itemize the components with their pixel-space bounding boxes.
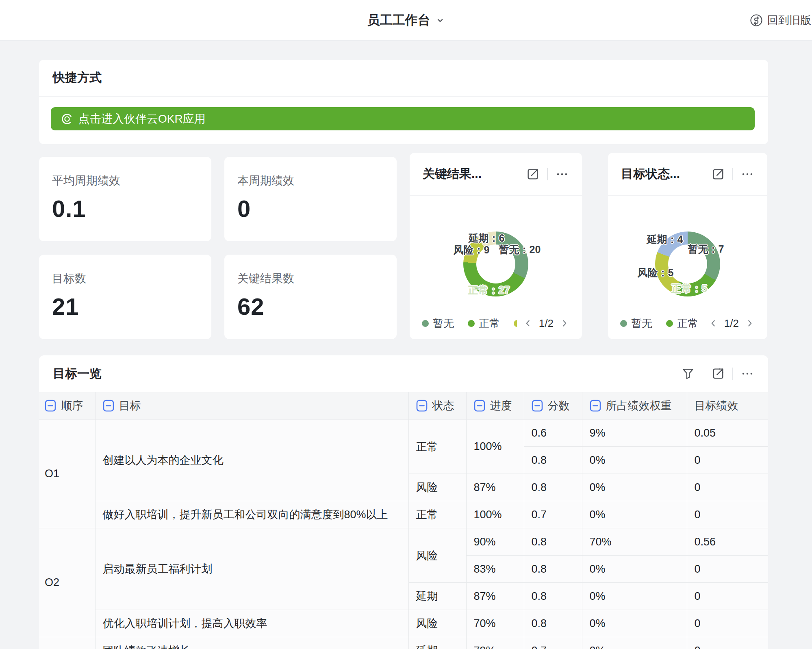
weight-cell: 0% (582, 501, 687, 528)
perf-cell: 0 (687, 583, 768, 610)
progress-cell: 90% (466, 528, 524, 556)
objective-cell: 做好入职培训，提升新员工和公司双向的满意度到80%以上 (95, 501, 408, 528)
objective-cell: 创建以人为本的企业文化 (95, 420, 408, 501)
chart-card-title: 关键结果... (423, 166, 482, 182)
filter-icon[interactable] (681, 367, 695, 381)
stat-label: 关键结果数 (237, 271, 384, 286)
open-okr-app-button[interactable]: 点击进入伙伴云OKR应用 (51, 107, 755, 130)
objective-list-card: 目标一览 顺序 (39, 355, 768, 649)
more-icon[interactable] (740, 167, 754, 181)
objective-status-chart-card: 目标状态... 延期：4 暂无：7 风险：5 正常：5 暂无 (608, 153, 767, 339)
status-cell: 正常 (408, 420, 466, 474)
stat-card-key-result-count: 关键结果数 62 (224, 255, 397, 339)
key-results-chart-card: 关键结果... 延期：6 暂无：20 风险：9 正常：27 暂无 (410, 153, 582, 339)
stat-value: 0.1 (52, 195, 198, 222)
progress-cell: 87% (466, 583, 524, 610)
back-to-old-version[interactable]: 回到旧版 (749, 0, 811, 41)
open-okr-app-label: 点击进入伙伴云OKR应用 (78, 111, 206, 127)
legend-item-normal[interactable]: 正常 (666, 316, 698, 331)
objective-table: 顺序 目标 状态 进度 分数 所占绩效权重 目标绩效 O1 创建以人为本的企业文… (39, 392, 768, 649)
collapse-column-icon[interactable] (590, 400, 601, 412)
col-header-status: 状态 (408, 392, 466, 420)
workspace-switcher[interactable]: 员工工作台 (367, 12, 445, 29)
objective-list-title: 目标一览 (53, 366, 102, 382)
weight-cell: 0% (582, 583, 687, 610)
legend-dot (422, 320, 429, 327)
legend-pager: 1/2 (708, 317, 755, 330)
divider (732, 168, 733, 180)
status-cell: 风险 (408, 528, 466, 583)
switch-version-icon (749, 13, 763, 27)
legend-dot (666, 320, 673, 327)
donut-callout-normal: 正常：27 (468, 283, 510, 297)
col-header-weight: 所占绩效权重 (582, 392, 687, 420)
table-row: O2 启动最新员工福利计划 风险 90% 0.8 70% 0.56 (39, 528, 768, 556)
status-cell: 延期 (408, 637, 466, 649)
score-cell: 0.7 (524, 501, 582, 528)
divider (547, 168, 548, 180)
page-title: 员工工作台 (367, 12, 430, 29)
chevron-down-icon (435, 15, 445, 25)
perf-cell: 0 (687, 474, 768, 501)
progress-cell: 100% (466, 501, 524, 528)
legend-item-none[interactable]: 暂无 (422, 316, 454, 331)
more-icon[interactable] (555, 167, 569, 181)
legend-item-risk-clipped[interactable] (514, 320, 517, 327)
donut-callout-none: 暂无：7 (688, 242, 724, 256)
col-header-objective: 目标 (95, 392, 408, 420)
open-in-new-icon[interactable] (711, 167, 725, 181)
more-icon[interactable] (740, 367, 754, 381)
weight-cell: 70% (582, 528, 687, 556)
stat-card-avg-cycle-perf: 平均周期绩效 0.1 (39, 157, 211, 241)
collapse-column-icon[interactable] (416, 400, 428, 412)
pager-next-icon[interactable] (745, 318, 755, 329)
legend-dot (620, 320, 627, 327)
score-cell: 0.8 (524, 610, 582, 637)
chart-legend: 暂无 正常 1/2 (422, 316, 570, 331)
objective-cell: 启动最新员工福利计划 (95, 528, 408, 610)
stat-label: 本周期绩效 (237, 173, 384, 188)
seq-cell: O1 (39, 420, 95, 528)
collapse-column-icon[interactable] (103, 400, 114, 412)
weight-cell: 0% (582, 474, 687, 501)
legend-item-none[interactable]: 暂无 (620, 316, 652, 331)
top-bar: 员工工作台 回到旧版 (0, 0, 812, 41)
pager-prev-icon[interactable] (708, 318, 719, 329)
perf-cell: 0.05 (687, 420, 768, 447)
weight-cell: 0% (582, 610, 687, 637)
open-in-new-icon[interactable] (526, 167, 540, 181)
score-cell: 0.8 (524, 528, 582, 556)
weight-cell: 0% (582, 556, 687, 583)
stat-value: 21 (52, 293, 198, 320)
progress-cell: 100% (466, 420, 524, 474)
pager-prev-icon[interactable] (523, 318, 533, 329)
perf-cell: 0 (687, 556, 768, 583)
seq-cell: O2 (39, 528, 95, 637)
objective-list-header: 目标一览 (39, 355, 768, 392)
collapse-column-icon[interactable] (45, 400, 56, 412)
stat-card-objective-count: 目标数 21 (39, 255, 211, 339)
collapse-column-icon[interactable] (474, 400, 485, 412)
pager-next-icon[interactable] (559, 318, 570, 329)
col-header-seq: 顺序 (39, 392, 95, 420)
perf-cell: 0 (687, 610, 768, 637)
target-icon (61, 112, 74, 125)
score-cell: 0.6 (524, 420, 582, 447)
objective-cell: 优化入职培训计划，提高入职效率 (95, 610, 408, 637)
open-in-new-icon[interactable] (711, 367, 725, 381)
status-cell: 延期 (408, 583, 466, 610)
donut-callout-risk: 风险：5 (638, 266, 674, 279)
weight-cell: 0% (582, 447, 687, 474)
seq-cell (39, 637, 95, 649)
chart-card-header: 关键结果... (410, 153, 582, 196)
legend-pager: 1/2 (523, 317, 570, 330)
shortcut-card: 快捷方式 点击进入伙伴云OKR应用 (39, 60, 768, 144)
status-cell: 正常 (408, 501, 466, 528)
legend-item-normal[interactable]: 正常 (468, 316, 500, 331)
pager-label: 1/2 (539, 317, 554, 330)
legend-dot (468, 320, 475, 327)
collapse-column-icon[interactable] (532, 400, 543, 412)
stat-value: 62 (237, 293, 384, 320)
pager-label: 1/2 (724, 317, 739, 330)
shortcut-card-title: 快捷方式 (53, 69, 102, 86)
